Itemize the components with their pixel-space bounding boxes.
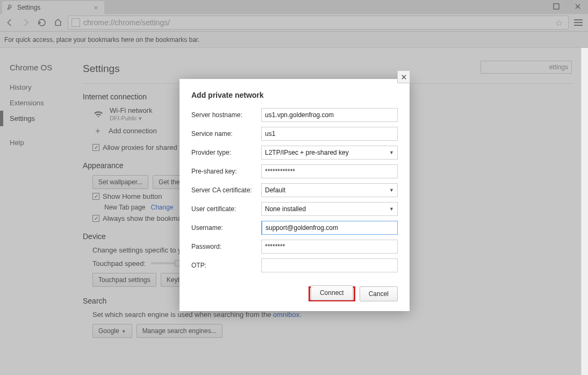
add-private-network-dialog: Add private network Server hostname: Ser…	[180, 79, 410, 311]
psk-input[interactable]	[261, 164, 398, 178]
server-hostname-input[interactable]	[261, 108, 398, 122]
otp-label: OTP:	[191, 262, 261, 269]
password-label: Password:	[191, 243, 261, 250]
username-label: Username:	[191, 224, 261, 232]
dialog-close-button[interactable]	[397, 70, 410, 83]
connect-highlight: Connect	[309, 286, 355, 301]
scrollbar[interactable]	[581, 48, 588, 375]
provider-type-label: Provider type:	[191, 149, 261, 156]
user-cert-select[interactable]: None installed▼	[261, 202, 398, 216]
provider-type-select[interactable]: L2TP/IPsec + pre-shared key▼	[261, 146, 398, 160]
service-name-input[interactable]	[261, 127, 398, 141]
chevron-down-icon: ▼	[389, 150, 394, 155]
dialog-title: Add private network	[191, 91, 398, 99]
server-ca-select[interactable]: Default▼	[261, 183, 398, 197]
otp-input[interactable]	[261, 258, 398, 272]
psk-label: Pre-shared key:	[191, 168, 261, 175]
server-ca-label: Server CA certificate:	[191, 186, 261, 194]
chevron-down-icon: ▼	[389, 206, 394, 212]
server-hostname-label: Server hostname:	[191, 111, 261, 119]
chevron-down-icon: ▼	[389, 188, 394, 193]
cancel-button[interactable]: Cancel	[360, 286, 398, 301]
password-input[interactable]	[261, 240, 398, 254]
connect-button[interactable]: Connect	[311, 285, 353, 300]
service-name-label: Service name:	[191, 130, 261, 138]
user-cert-label: User certificate:	[191, 205, 261, 213]
username-input[interactable]	[261, 221, 398, 235]
